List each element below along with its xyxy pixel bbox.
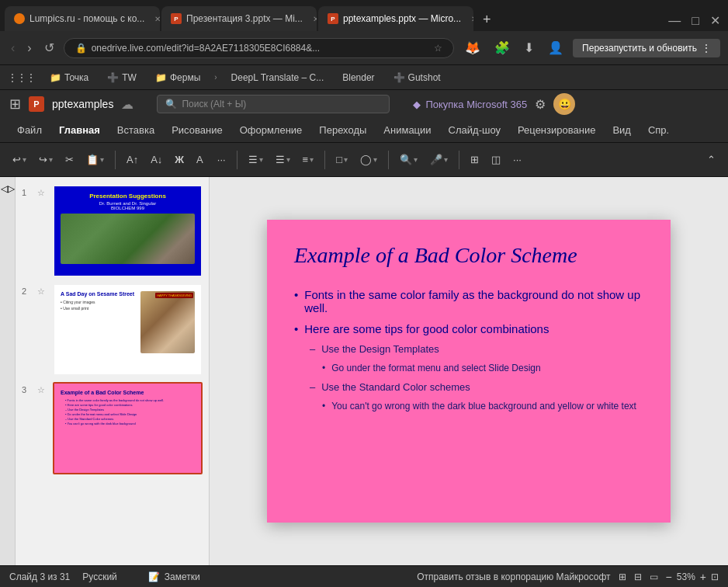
back-button[interactable]: ‹ [8,38,18,58]
more-font-button[interactable]: ··· [213,151,231,168]
slide3-bullets: • Fonts in the same color family as the … [61,398,195,425]
menu-slideshow[interactable]: Слайд-шоу [441,121,508,139]
close-button[interactable]: ✕ [707,10,723,31]
restart-button[interactable]: Перезапустить и обновить ⋮ [573,39,720,57]
bookmark-star-icon[interactable]: ☆ [434,43,442,54]
avatar-browser-icon[interactable]: 👤 [543,37,568,58]
zoom-fit-icon[interactable]: ⊡ [711,571,719,582]
slide-bullet-1: Fonts in the same color family as the ba… [294,288,643,314]
font-color-button[interactable]: A [192,151,210,168]
bold-button[interactable]: Ж [170,151,189,168]
reading-view-icon[interactable]: ▭ [650,571,658,582]
tab1-close-icon[interactable]: ✕ [152,13,160,24]
slide-thumb-2[interactable]: A Sad Day on Sesame Street • Citing your… [53,283,203,376]
status-bar: Слайд 3 из 31 Русский 📝 Заметки Отправит… [0,565,728,587]
menu-review[interactable]: Рецензирование [510,121,603,139]
bookmark-blender[interactable]: Blender [338,71,379,85]
status-left: Слайд 3 из 31 Русский [9,571,117,582]
zoom-level: 53% [677,571,695,582]
feedback-label[interactable]: Отправить отзыв в корпорацию Майкрософт [417,571,610,582]
menu-design[interactable]: Оформление [232,121,310,139]
bookmark-tw[interactable]: ➕ TW [102,71,141,85]
cloud-sync-icon[interactable]: ☁ [121,97,133,112]
notes-label[interactable]: Заметки [165,571,200,582]
font-size-down-button[interactable]: A↓ [146,151,167,168]
ppt-search-bar[interactable]: 🔍 Поиск (Alt + Ы) [157,95,390,113]
more-ribbon-button[interactable]: ··· [508,151,526,168]
tab3-favicon: P [328,13,338,24]
shapes-button[interactable]: □▾ [331,151,352,168]
grid-view-status-icon[interactable]: ⊞ [619,571,626,582]
bookmark-deepl-label: DeepL Translate – C... [231,72,324,83]
undo-button[interactable]: ↩▾ [8,151,31,168]
tab3-close-icon[interactable]: ✕ [469,13,473,24]
slide-star-3[interactable]: ☆ [37,382,48,395]
dictate-button[interactable]: 🎤▾ [425,151,452,168]
slide-thumb-1[interactable]: Presentation Suggestions Dr. Burnett and… [53,185,203,277]
tab1-label: Lumpics.ru - помощь с ко... [29,13,144,24]
slide-star-2[interactable]: ☆ [37,283,48,297]
menu-draw[interactable]: Рисование [164,121,230,139]
tab-1[interactable]: Lumpics.ru - помощь с ко... ✕ [5,6,160,31]
bookmark-gutshot[interactable]: ➕ Gutshot [389,71,445,85]
list-unordered-button[interactable]: ☰▾ [244,151,268,168]
align-button[interactable]: ≡▾ [298,151,319,168]
slide2-bullets: • Citing your images • Use small print [61,300,137,311]
ms365-button[interactable]: ◆ Покупка Microsoft 365 [413,99,527,110]
slide-info-label: Слайд 3 из 31 [9,571,70,582]
user-avatar[interactable]: 😀 [553,93,575,115]
zoom-out-button[interactable]: − [666,571,672,583]
menu-help[interactable]: Спр. [640,121,677,139]
download-icon[interactable]: ⬇ [519,37,539,58]
ribbon-sep-1 [115,151,116,169]
list-ordered-button[interactable]: ☰▾ [271,151,295,168]
profile-icon[interactable]: 🦊 [460,37,485,58]
slide-number-3: 3 [22,382,33,394]
tab2-close-icon[interactable]: ✕ [310,13,317,24]
slide1-subtitle: Dr. Burnett and Dr. SingularBIOLCHEM 999 [61,201,195,210]
menu-view[interactable]: Вид [605,121,639,139]
layout-button[interactable]: ◫ [487,151,505,168]
tab-3[interactable]: P pptexamples.pptx — Micro... ✕ [318,6,473,31]
forward-button[interactable]: › [24,38,34,58]
arrange-button[interactable]: ◯▾ [355,151,382,168]
find-button[interactable]: 🔍▾ [395,151,422,168]
slide-number-2: 2 [22,283,33,296]
settings-gear-icon[interactable]: ⚙ [535,97,546,112]
font-size-up-button[interactable]: A↑ [122,151,143,168]
redo-button[interactable]: ↪▾ [34,151,57,168]
panel-toggle-button[interactable]: ◁▷ [0,177,16,565]
reload-button[interactable]: ↺ [41,37,57,58]
zoom-in-button[interactable]: + [700,571,706,583]
slide-bullet-3: Use the Design Templates [294,343,643,355]
notes-icon: 📝 [148,571,160,582]
extension-icon[interactable]: 🧩 [490,37,515,58]
bookmark-tochka[interactable]: 📁 Точка [45,71,93,85]
menu-insert[interactable]: Вставка [109,121,162,139]
app-area: ⊞ P pptexamples ☁ 🔍 Поиск (Alt + Ы) ◆ По… [0,90,728,587]
tab-2[interactable]: P Презентация 3.pptx — Mi... ✕ [161,6,317,31]
minimize-button[interactable]: — [665,11,684,31]
grid-view-button[interactable]: ⊞ [466,151,484,168]
menu-home[interactable]: Главная [51,121,108,139]
menu-animations[interactable]: Анимации [376,121,439,139]
menu-transitions[interactable]: Переходы [311,121,374,139]
slide-item-2: 2 ☆ A Sad Day on Sesame Street • Citing … [22,283,203,376]
paste-button[interactable]: 📋▾ [81,151,109,168]
bookmark-fermy[interactable]: 📁 Фермы [151,71,205,85]
bookmark-deepl[interactable]: DeepL Translate – C... [227,71,329,85]
slide-thumb-3[interactable]: Example of a Bad Color Scheme • Fonts in… [53,382,203,474]
menu-file[interactable]: Файл [9,121,50,139]
slide1-image [61,214,195,264]
url-bar[interactable]: 🔒 onedrive.live.com/edit?id=8A2AE7118305… [64,38,454,58]
clipboard-button[interactable]: ✂ [61,151,78,168]
secure-icon: 🔒 [75,43,87,54]
slide-item-1: 1 ☆ Presentation Suggestions Dr. Burnett… [22,185,203,277]
slide-sorter-icon[interactable]: ⊟ [634,571,642,582]
slide-star-1[interactable]: ☆ [37,185,48,198]
main-slide[interactable]: Example of a Bad Color Scheme Fonts in t… [267,220,671,523]
maximize-button[interactable]: □ [688,11,702,31]
apps-grid-icon[interactable]: ⊞ [9,96,21,113]
collapse-ribbon-button[interactable]: ⌃ [702,151,720,168]
new-tab-button[interactable]: + [475,9,499,31]
